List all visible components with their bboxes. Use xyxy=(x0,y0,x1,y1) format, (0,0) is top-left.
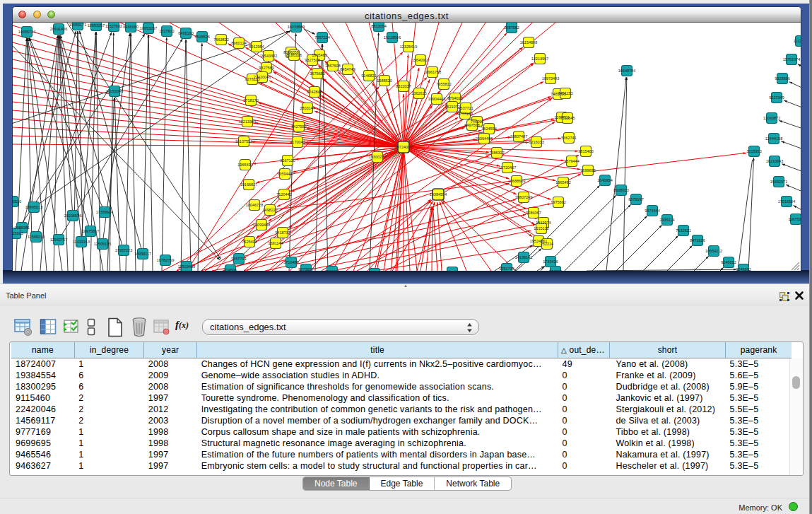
svg-text:4170041: 4170041 xyxy=(290,140,305,144)
svg-text:17016504: 17016504 xyxy=(778,199,795,204)
svg-text:9794028: 9794028 xyxy=(447,96,462,100)
svg-text:1362615: 1362615 xyxy=(411,91,426,95)
svg-text:9815400: 9815400 xyxy=(578,149,593,153)
svg-text:14055724: 14055724 xyxy=(18,30,35,34)
svg-text:9327508: 9327508 xyxy=(305,58,319,62)
svg-text:19300273: 19300273 xyxy=(369,155,386,159)
svg-text:1527602: 1527602 xyxy=(159,29,174,33)
svg-text:15751074: 15751074 xyxy=(783,57,800,62)
svg-text:21053346: 21053346 xyxy=(106,89,123,93)
svg-text:12923468: 12923468 xyxy=(178,264,195,269)
svg-text:19218506: 19218506 xyxy=(384,35,401,40)
svg-text:8427552: 8427552 xyxy=(291,124,306,129)
svg-text:10973493: 10973493 xyxy=(542,76,559,81)
svg-text:20691406: 20691406 xyxy=(50,27,67,31)
svg-text:9457791: 9457791 xyxy=(231,257,246,261)
svg-text:11431913: 11431913 xyxy=(73,240,90,244)
svg-text:16782759: 16782759 xyxy=(157,258,174,262)
svg-text:12093872: 12093872 xyxy=(763,116,780,120)
svg-text:16648784: 16648784 xyxy=(618,69,635,73)
svg-text:3215953: 3215953 xyxy=(746,149,761,153)
svg-text:12213967: 12213967 xyxy=(531,57,548,61)
svg-text:1615132: 1615132 xyxy=(534,226,548,230)
svg-text:1588520: 1588520 xyxy=(377,78,392,83)
svg-text:10688609: 10688609 xyxy=(508,179,525,183)
svg-text:3624554: 3624554 xyxy=(481,127,496,131)
svg-text:10961758: 10961758 xyxy=(424,70,441,74)
svg-text:1640954: 1640954 xyxy=(597,178,612,182)
svg-text:19845013: 19845013 xyxy=(25,205,42,209)
svg-text:7663822: 7663822 xyxy=(213,37,228,42)
svg-text:7625402: 7625402 xyxy=(242,240,257,244)
svg-text:15720407: 15720407 xyxy=(499,165,516,170)
svg-text:5362741: 5362741 xyxy=(561,136,576,140)
svg-text:26260510: 26260510 xyxy=(13,199,21,204)
svg-text:16154808: 16154808 xyxy=(520,40,537,45)
svg-text:10046728: 10046728 xyxy=(246,203,263,207)
svg-text:9227349: 9227349 xyxy=(769,95,784,100)
svg-text:2803144: 2803144 xyxy=(300,106,314,110)
svg-text:9474444: 9474444 xyxy=(645,209,659,213)
svg-text:9245652: 9245652 xyxy=(736,267,751,271)
svg-text:6466160: 6466160 xyxy=(123,25,138,29)
svg-text:974502: 974502 xyxy=(549,269,562,271)
svg-text:1733426: 1733426 xyxy=(543,259,558,264)
svg-text:7120442: 7120442 xyxy=(276,192,291,197)
svg-text:6466160: 6466160 xyxy=(178,31,193,35)
svg-text:7826130: 7826130 xyxy=(445,270,459,271)
svg-text:9242848: 9242848 xyxy=(307,90,322,94)
svg-text:9579444: 9579444 xyxy=(564,159,579,163)
svg-text:7515526: 7515526 xyxy=(194,35,209,39)
svg-text:8630411: 8630411 xyxy=(324,269,339,271)
svg-text:8471626: 8471626 xyxy=(690,238,705,243)
svg-text:19904448: 19904448 xyxy=(428,97,445,101)
svg-text:15692971: 15692971 xyxy=(770,180,787,184)
svg-text:9146821: 9146821 xyxy=(361,74,376,78)
svg-text:4537721: 4537721 xyxy=(458,106,473,110)
svg-text:12505135: 12505135 xyxy=(94,242,111,246)
svg-text:8938923: 8938923 xyxy=(613,188,628,192)
svg-text:7357224: 7357224 xyxy=(314,35,329,40)
svg-text:11568219: 11568219 xyxy=(28,235,45,239)
svg-text:3267130: 3267130 xyxy=(280,158,295,163)
svg-text:252214: 252214 xyxy=(541,242,553,246)
svg-text:2687682: 2687682 xyxy=(504,25,519,30)
svg-text:2867608: 2867608 xyxy=(325,64,340,68)
svg-text:12213389: 12213389 xyxy=(239,119,256,124)
svg-text:19166827: 19166827 xyxy=(240,182,257,187)
svg-text:1965493: 1965493 xyxy=(237,163,252,167)
svg-text:2935114: 2935114 xyxy=(659,218,674,222)
svg-text:18807249: 18807249 xyxy=(515,195,532,199)
svg-text:9777169: 9777169 xyxy=(457,112,472,116)
svg-text:9273657: 9273657 xyxy=(298,267,313,271)
svg-text:10653267: 10653267 xyxy=(140,26,157,30)
svg-text:1905460: 1905460 xyxy=(312,53,326,57)
svg-text:3915913: 3915913 xyxy=(13,231,23,235)
svg-text:9327569: 9327569 xyxy=(259,66,273,70)
svg-text:20206576: 20206576 xyxy=(64,214,81,218)
svg-text:2718170: 2718170 xyxy=(243,98,258,103)
svg-text:6497568: 6497568 xyxy=(464,123,479,127)
svg-text:6216033: 6216033 xyxy=(529,140,543,144)
svg-text:1975692: 1975692 xyxy=(551,200,565,204)
svg-text:17957223: 17957223 xyxy=(115,248,132,252)
svg-text:3716485: 3716485 xyxy=(283,260,298,264)
svg-text:11527602: 11527602 xyxy=(105,24,122,28)
svg-text:7955812: 7955812 xyxy=(436,82,451,86)
svg-text:12325419: 12325419 xyxy=(400,45,417,49)
svg-text:19053171: 19053171 xyxy=(69,23,86,27)
svg-text:19384554: 19384554 xyxy=(430,192,447,197)
svg-text:7386322: 7386322 xyxy=(489,151,504,155)
svg-text:10958117: 10958117 xyxy=(134,252,151,256)
svg-text:1112075: 1112075 xyxy=(794,39,801,43)
svg-text:18724007: 18724007 xyxy=(395,145,412,149)
svg-text:14136141: 14136141 xyxy=(515,255,532,259)
svg-text:9329966: 9329966 xyxy=(775,76,789,81)
svg-text:10975867: 10975867 xyxy=(82,229,99,233)
svg-text:16210643: 16210643 xyxy=(766,159,783,163)
svg-text:8813054: 8813054 xyxy=(371,24,386,28)
svg-text:14099488: 14099488 xyxy=(253,223,270,227)
svg-text:12942757: 12942757 xyxy=(50,238,67,242)
svg-text:7511545: 7511545 xyxy=(560,116,575,120)
svg-text:1612074: 1612074 xyxy=(536,221,551,225)
